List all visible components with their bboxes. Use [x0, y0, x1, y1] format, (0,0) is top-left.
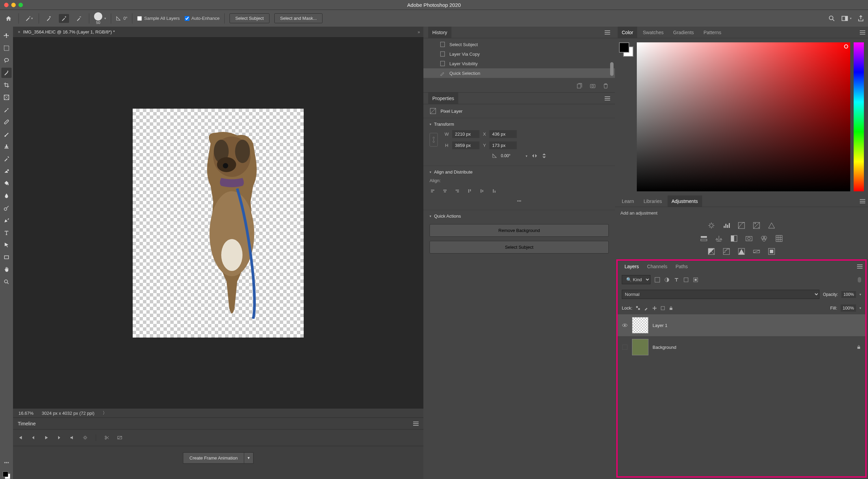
align-hcenter-icon[interactable] — [442, 188, 448, 194]
posterize-icon[interactable] — [723, 248, 730, 255]
blend-mode-select[interactable]: Normal — [622, 290, 819, 299]
healing-tool[interactable] — [1, 117, 12, 127]
select-and-mask-button[interactable]: Select and Mask... — [274, 13, 323, 23]
patterns-tab[interactable]: Patterns — [699, 27, 725, 38]
sample-all-layers-checkbox[interactable]: Sample All Layers — [137, 16, 180, 21]
bw-icon[interactable] — [730, 235, 738, 242]
link-wh-icon[interactable] — [430, 133, 438, 147]
remove-background-button[interactable]: Remove Background — [430, 224, 609, 237]
rectangle-tool[interactable] — [1, 252, 12, 262]
filter-adjust-icon[interactable] — [664, 277, 670, 283]
history-item[interactable]: Layer Via Copy — [423, 49, 615, 59]
width-field[interactable]: 2210 px — [452, 130, 479, 138]
filter-shape-icon[interactable] — [683, 277, 689, 283]
align-section-header[interactable]: Align and Distribute — [430, 169, 609, 175]
hue-slider[interactable] — [854, 42, 864, 191]
minimize-window-button[interactable] — [11, 3, 16, 7]
hue-sat-icon[interactable] — [700, 235, 708, 242]
flip-horizontal-icon[interactable] — [531, 153, 538, 158]
path-selection-tool[interactable] — [1, 240, 12, 250]
timeline-settings-icon[interactable] — [83, 435, 88, 440]
zoom-tool[interactable] — [1, 277, 12, 287]
panel-menu-icon[interactable] — [860, 30, 865, 35]
lock-all-icon[interactable] — [669, 306, 673, 311]
tool-preset-button[interactable]: ▾ — [24, 14, 34, 23]
angle-field[interactable]: 0° — [116, 16, 127, 21]
mute-icon[interactable] — [70, 435, 75, 440]
lasso-tool[interactable] — [1, 55, 12, 66]
curves-icon[interactable] — [738, 222, 745, 229]
channel-mixer-icon[interactable] — [760, 235, 768, 242]
close-tab-icon[interactable]: × — [18, 29, 21, 35]
create-frame-animation-button[interactable]: Create Frame Animation ▾ — [183, 452, 253, 464]
vibrance-icon[interactable] — [768, 222, 775, 229]
panel-menu-icon[interactable] — [605, 30, 610, 35]
properties-tab[interactable]: Properties — [428, 93, 458, 104]
color-balance-icon[interactable] — [715, 235, 723, 242]
photo-filter-icon[interactable] — [745, 235, 753, 242]
search-icon[interactable] — [828, 15, 836, 22]
new-selection-button[interactable] — [44, 14, 54, 23]
layer-thumbnail[interactable] — [632, 339, 648, 355]
align-left-icon[interactable] — [430, 188, 436, 194]
quick-selection-tool[interactable] — [1, 68, 12, 78]
gradient-tool[interactable] — [1, 178, 12, 189]
align-right-icon[interactable] — [454, 188, 460, 194]
delete-icon[interactable] — [603, 83, 609, 89]
prev-frame-icon[interactable] — [31, 435, 36, 440]
invert-icon[interactable] — [708, 248, 715, 255]
layer-row[interactable]: Layer 1 — [618, 314, 865, 336]
select-subject-qa-button[interactable]: Select Subject — [430, 241, 609, 254]
new-doc-from-state-icon[interactable] — [577, 83, 583, 89]
chevron-down-icon[interactable]: ▾ — [244, 453, 253, 463]
lock-artboard-icon[interactable] — [660, 306, 665, 311]
add-selection-button[interactable] — [59, 14, 69, 23]
threshold-icon[interactable] — [738, 248, 745, 255]
zoom-level[interactable]: 16.67% — [18, 411, 34, 416]
canvas[interactable] — [13, 38, 423, 409]
layer-thumbnail[interactable] — [632, 317, 648, 333]
document-tab[interactable]: × IMG_3564.HEIC @ 16.7% (Layer 1, RGB/8*… — [13, 27, 120, 37]
hand-tool[interactable] — [1, 264, 12, 275]
brightness-icon[interactable] — [708, 222, 715, 229]
scissors-icon[interactable] — [104, 435, 109, 440]
tab-overflow-icon[interactable]: » — [418, 30, 423, 35]
more-options-icon[interactable]: ••• — [430, 196, 609, 206]
align-top-icon[interactable] — [466, 188, 473, 194]
levels-icon[interactable] — [723, 222, 730, 229]
y-field[interactable]: 173 px — [489, 141, 517, 149]
layer-name[interactable]: Background — [653, 345, 676, 350]
libraries-tab[interactable]: Libraries — [640, 195, 666, 207]
saturation-picker[interactable] — [637, 42, 850, 191]
transition-icon[interactable] — [117, 435, 122, 440]
layer-row[interactable]: Background — [618, 336, 865, 358]
type-tool[interactable] — [1, 228, 12, 238]
visibility-icon[interactable] — [622, 344, 628, 350]
exposure-icon[interactable] — [753, 222, 760, 229]
color-tab[interactable]: Color — [618, 27, 637, 38]
eraser-tool[interactable] — [1, 166, 12, 176]
opacity-field[interactable]: 100% — [841, 291, 856, 298]
history-item[interactable]: Quick Selection — [423, 68, 615, 78]
filter-pixel-icon[interactable] — [655, 277, 660, 283]
panel-menu-icon[interactable] — [605, 96, 610, 100]
rotation-field[interactable]: 0.00° — [501, 153, 522, 158]
layer-filter-kind[interactable]: 🔍 Kind — [622, 275, 650, 284]
swatches-tab[interactable]: Swatches — [639, 27, 668, 38]
edit-toolbar[interactable]: ••• — [4, 460, 9, 465]
share-icon[interactable] — [857, 15, 865, 22]
pen-tool[interactable] — [1, 215, 12, 225]
layers-tab[interactable]: Layers — [620, 261, 643, 272]
panel-menu-icon[interactable] — [413, 422, 419, 426]
crop-tool[interactable] — [1, 80, 12, 90]
document-dimensions[interactable]: 3024 px x 4032 px (72 ppi) — [42, 411, 94, 416]
go-start-icon[interactable] — [18, 435, 23, 440]
selective-color-icon[interactable] — [768, 248, 775, 255]
visibility-icon[interactable] — [622, 322, 628, 328]
adjustments-tab[interactable]: Adjustments — [668, 195, 702, 207]
maximize-window-button[interactable] — [18, 3, 23, 7]
align-bottom-icon[interactable] — [491, 188, 497, 194]
transform-section-header[interactable]: Transform — [430, 122, 609, 127]
history-brush-tool[interactable] — [1, 154, 12, 164]
next-frame-icon[interactable] — [57, 435, 62, 440]
